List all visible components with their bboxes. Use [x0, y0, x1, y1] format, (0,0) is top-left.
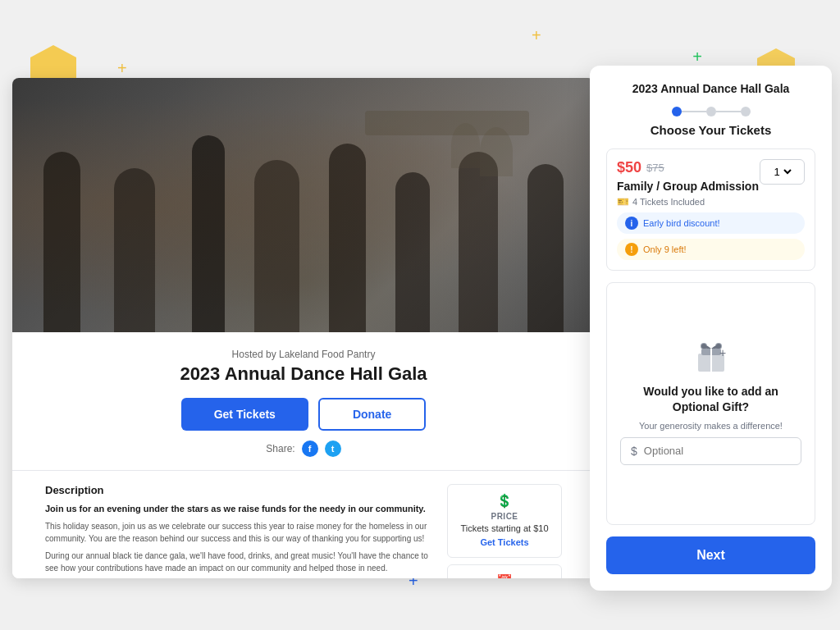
facebook-icon[interactable]: f [302, 441, 318, 457]
step-line-1 [682, 111, 706, 112]
early-bird-text: Early bird discount! [643, 218, 720, 228]
plus-decoration-3: + [692, 48, 702, 66]
limited-icon: ! [625, 243, 638, 256]
ticket-badges: i Early bird discount! ! Only 9 left! [617, 212, 805, 260]
choose-tickets-heading: Choose Your Tickets [606, 123, 815, 137]
step-dot-1 [672, 107, 682, 116]
step-indicators [606, 107, 815, 116]
early-bird-badge: i Early bird discount! [617, 212, 805, 234]
svg-point-13 [701, 344, 706, 349]
svg-text:+: + [719, 346, 726, 359]
donate-button[interactable]: Donate [318, 398, 426, 431]
price-icon: 💲 [458, 493, 551, 509]
hosted-by-text: Hosted by Lakeland Food Pantry [29, 349, 578, 360]
get-tickets-button[interactable]: Get Tickets [181, 398, 308, 431]
gift-icon: + [695, 342, 728, 377]
ticket-purchase-panel: 2023 Annual Dance Hall Gala Choose Your … [590, 66, 832, 591]
gift-amount-input[interactable] [644, 445, 791, 457]
price-info-card: 💲 PRICE Tickets starting at $10 Get Tick… [447, 484, 562, 558]
quantity-dropdown[interactable]: 1 2 3 4 5 [771, 165, 794, 179]
price-label: PRICE [458, 512, 551, 521]
hero-image [12, 78, 595, 332]
datetime-info-card: 📅 DATE & TIME Friday April 1st, 20236pm … [447, 564, 562, 578]
ticket-name: Family / Group Admission [617, 180, 759, 193]
gift-dollar-sign: $ [631, 445, 637, 458]
share-label: Share: [266, 443, 294, 454]
description-lead: Join us for an evening under the stars a… [45, 503, 434, 515]
next-button[interactable]: Next [606, 536, 815, 574]
optional-gift-title: Would you like to add an Optional Gift? [620, 384, 801, 413]
description-column: Description Join us for an evening under… [45, 484, 434, 578]
datetime-icon: 📅 [458, 573, 551, 578]
bottom-content-section: Description Join us for an evening under… [29, 484, 578, 578]
price-get-tickets-link[interactable]: Get Tickets [480, 537, 528, 547]
optional-gift-section: + Would you like to add an Optional Gift… [606, 282, 815, 525]
step-dot-2 [706, 107, 716, 116]
step-dot-3 [741, 107, 751, 116]
event-content-area: Hosted by Lakeland Food Pantry 2023 Annu… [12, 332, 595, 578]
ticket-info: $50 $75 Family / Group Admission 🎫 4 Tic… [617, 159, 759, 208]
content-divider [12, 470, 595, 471]
description-heading: Description [45, 484, 434, 496]
panel-event-title: 2023 Annual Dance Hall Gala [606, 82, 815, 95]
event-title: 2023 Annual Dance Hall Gala [29, 363, 578, 385]
event-page-window: Hosted by Lakeland Food Pantry 2023 Annu… [12, 78, 595, 578]
ticket-price-original: $75 [646, 162, 664, 174]
ticket-item-family-group: $50 $75 Family / Group Admission 🎫 4 Tic… [606, 148, 815, 271]
limited-availability-badge: ! Only 9 left! [617, 239, 805, 260]
description-body2: During our annual black tie dance gala, … [45, 550, 434, 574]
action-buttons-row: Get Tickets Donate [29, 398, 578, 431]
ticket-price-current: $50 [617, 159, 641, 176]
ticket-included-row: 🎫 4 Tickets Included [617, 196, 759, 208]
plus-decoration-2: + [532, 26, 541, 45]
early-bird-icon: i [625, 217, 638, 230]
optional-gift-subtitle: Your generosity makes a difference! [639, 421, 783, 431]
limited-text: Only 9 left! [643, 244, 687, 254]
tickets-included-text: 4 Tickets Included [632, 197, 705, 207]
tickets-included-icon: 🎫 [617, 196, 629, 208]
info-cards-column: 💲 PRICE Tickets starting at $10 Get Tick… [447, 484, 562, 578]
plus-decoration-1: + [117, 59, 127, 78]
share-row: Share: f t [29, 441, 578, 457]
gift-input-wrapper[interactable]: $ [620, 437, 801, 465]
quantity-selector[interactable]: 1 2 3 4 5 [760, 159, 805, 185]
ticket-top-row: $50 $75 Family / Group Admission 🎫 4 Tic… [617, 159, 805, 208]
twitter-icon[interactable]: t [325, 441, 341, 457]
step-line-2 [716, 111, 741, 112]
ticket-pricing: $50 $75 [617, 159, 759, 176]
description-body1: This holiday season, join us as we celeb… [45, 520, 434, 545]
price-value: Tickets starting at $10 [458, 523, 551, 534]
